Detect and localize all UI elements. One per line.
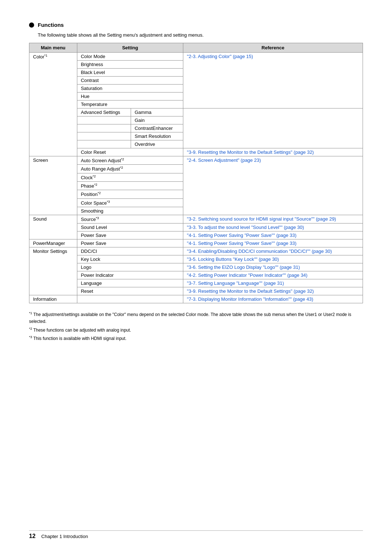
table-row: Reset "3-9. Resetting the Monitor to the… [29,287,363,295]
main-menu-screen: Screen [29,156,77,215]
sub-gamma: Gamma [131,108,183,116]
reference-color: "2-3. Adjusting Color" (page 15) [183,53,363,108]
col-header-setting: Setting [77,43,183,53]
setting-auto-range: Auto Range Adjust*2 [77,165,183,173]
setting-phase: Phase*2 [77,181,183,190]
table-row: Sound Source*3 "3-2. Switching sound sou… [29,215,363,223]
reference-ddc-ci: "3-4. Enabling/Disabling DDC/CI communic… [183,247,363,255]
sub-contrast-enhancer: ContrastEnhancer [131,124,183,132]
table-row: Color Reset "3-9. Resetting the Monitor … [29,148,363,156]
reference-reset: "3-9. Resetting the Monitor to the Defau… [183,287,363,295]
reference-color-reset: "3-9. Resetting the Monitor to the Defau… [183,148,363,156]
main-menu-sound: Sound [29,215,77,239]
table-row: Logo "3-6. Setting the EIZO Logo Display… [29,263,363,271]
setting-power-save-pm: Power Save [77,239,183,247]
footnotes: *1 The adjustment/settings available on … [29,311,363,342]
setting-contrast: Contrast [77,77,183,85]
main-menu-information: Information [29,295,77,303]
chapter-label: Chapter 1 Introduction [41,534,88,539]
table-row: Power Save "4-1. Setting Power Saving "P… [29,231,363,239]
table-row: Key Lock "3-5. Locking Buttons "Key Lock… [29,255,363,263]
footnote-3: *3 This function is available with HDMI … [29,335,363,342]
table-row: Advanced Settings Gamma [29,108,363,116]
reference-key-lock: "3-5. Locking Buttons "Key Lock"" (page … [183,255,363,263]
sub-overdrive: Overdrive [131,140,183,148]
setting-advanced: Advanced Settings [77,108,131,116]
setting-sound-level: Sound Level [77,223,183,231]
table-row: Color*1 Color Mode "2-3. Adjusting Color… [29,53,363,61]
reference-source: "3-2. Switching sound source for HDMI si… [183,215,363,223]
footnote-1: *1 The adjustment/settings available on … [29,311,363,325]
reference-information: "7-3. Displaying Monitor Information "In… [183,295,363,303]
functions-header: Functions [29,22,363,28]
sub-gain: Gain [131,116,183,124]
setting-saturation: Saturation [77,85,183,93]
setting-hue: Hue [77,93,183,100]
col-header-reference: Reference [183,43,363,53]
reference-sound-level: "3-3. To adjust the sound level "Sound L… [183,223,363,231]
page-number: 12 [29,533,36,539]
setting-color-space: Color Space*3 [77,198,183,207]
reference-advanced [183,108,363,148]
setting-language: Language [77,279,183,287]
setting-clock: Clock*2 [77,173,183,181]
footnote-2: *2 These functions can be adjusted with … [29,326,363,334]
table-row: Monitor Settings DDC/CI "3-4. Enabling/D… [29,247,363,255]
functions-title: Functions [38,22,64,28]
setting-reset: Reset [77,287,183,295]
setting-source: Source*3 [77,215,183,223]
table-row: PowerManager Power Save "4-1. Setting Po… [29,239,363,247]
setting-temperature: Temperature [77,100,183,108]
setting-logo: Logo [77,263,183,271]
reference-screen: "2-4. Screen Adjustment" (page 23) [183,156,363,215]
table-row: Power Indicator "4-2. Setting Power Indi… [29,271,363,279]
main-menu-color: Color*1 [29,53,77,156]
setting-color-mode: Color Mode [77,53,183,61]
sub-smart-resolution: Smart Resolution [131,132,183,140]
setting-advanced-empty3 [77,132,131,140]
main-menu-power-manager: PowerManager [29,239,77,247]
functions-table: Main menu Setting Reference Color*1 Colo… [29,43,363,303]
table-row: Language "3-7. Setting Language "Languag… [29,279,363,287]
setting-advanced-empty1 [77,116,131,124]
setting-power-indicator: Power Indicator [77,271,183,279]
setting-brightness: Brightness [77,61,183,69]
reference-logo: "3-6. Setting the EIZO Logo Display "Log… [183,263,363,271]
setting-key-lock: Key Lock [77,255,183,263]
bullet-icon [29,22,34,28]
reference-power-indicator: "4-2. Setting Power Indicator "Power Ind… [183,271,363,279]
setting-information [77,295,183,303]
setting-position: Position*2 [77,190,183,198]
setting-advanced-empty2 [77,124,131,132]
reference-power-manager: "4-1. Setting Power Saving "Power Save""… [183,239,363,247]
setting-advanced-empty4 [77,140,131,148]
table-row: Sound Level "3-3. To adjust the sound le… [29,223,363,231]
setting-color-reset: Color Reset [77,148,183,156]
setting-ddc-ci: DDC/CI [77,247,183,255]
setting-power-save-sound: Power Save [77,231,183,239]
main-menu-monitor-settings: Monitor Settings [29,247,77,295]
setting-black-level: Black Level [77,69,183,77]
setting-auto-screen: Auto Screen Adjust*2 [77,156,183,165]
reference-power-save-sound: "4-1. Setting Power Saving "Power Save""… [183,231,363,239]
page-footer: 12 Chapter 1 Introduction [29,530,363,539]
col-header-main-menu: Main menu [29,43,77,53]
table-row: Information "7-3. Displaying Monitor Inf… [29,295,363,303]
reference-language: "3-7. Setting Language "Language"" (page… [183,279,363,287]
table-row: Screen Auto Screen Adjust*2 "2-4. Screen… [29,156,363,165]
setting-smoothing: Smoothing [77,207,183,215]
intro-text: The following table shows all the Settin… [38,32,363,38]
